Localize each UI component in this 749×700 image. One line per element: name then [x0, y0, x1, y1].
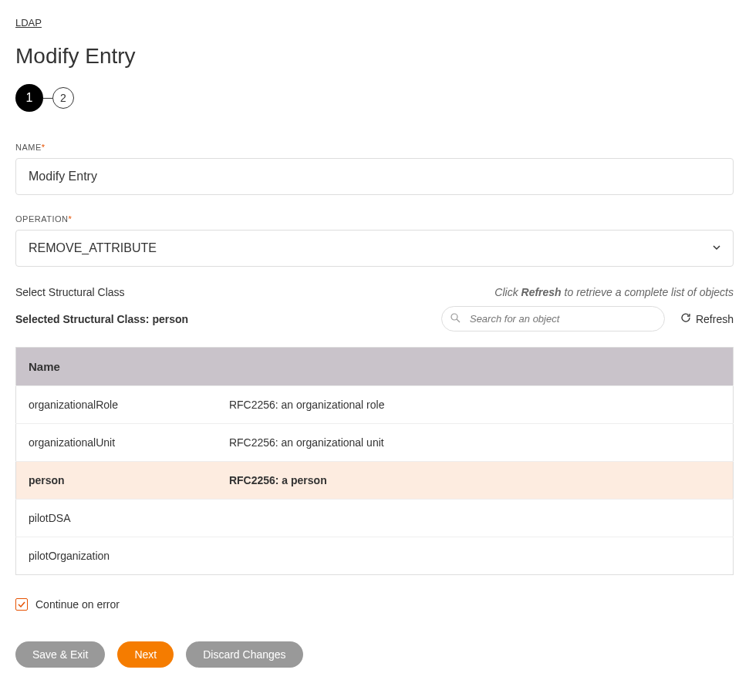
- table-cell-desc: RFC2256: an organizational unit: [217, 424, 734, 462]
- continue-on-error-label: Continue on error: [35, 598, 120, 611]
- step-1[interactable]: 1: [15, 84, 43, 112]
- next-button[interactable]: Next: [117, 641, 174, 668]
- stepper: 1 2: [15, 84, 734, 112]
- table-row[interactable]: organizationalUnitRFC2256: an organizati…: [16, 424, 734, 462]
- refresh-icon: [680, 312, 691, 325]
- search-icon: [450, 312, 461, 326]
- refresh-button[interactable]: Refresh: [680, 312, 734, 325]
- operation-label: OPERATION*: [15, 214, 734, 224]
- table-row[interactable]: personRFC2256: a person: [16, 462, 734, 500]
- structural-class-table: Name organizationalRoleRFC2256: an organ…: [15, 347, 734, 575]
- table-row[interactable]: organizationalRoleRFC2256: an organizati…: [16, 386, 734, 424]
- table-cell-name: organizationalUnit: [16, 424, 217, 462]
- continue-on-error-checkbox[interactable]: [15, 598, 28, 611]
- table-cell-name: pilotOrganization: [16, 537, 217, 575]
- breadcrumb-ldap[interactable]: LDAP: [15, 17, 42, 29]
- table-cell-desc: [217, 537, 734, 575]
- selected-structural-class: Selected Structural Class: person: [15, 313, 188, 325]
- table-cell-name: pilotDSA: [16, 500, 217, 537]
- step-connector: [43, 98, 52, 99]
- table-cell-desc: RFC2256: an organizational role: [217, 386, 734, 424]
- table-row[interactable]: pilotOrganization: [16, 537, 734, 575]
- table-row[interactable]: pilotDSA: [16, 500, 734, 537]
- table-header-name: Name: [16, 348, 734, 386]
- discard-changes-button[interactable]: Discard Changes: [186, 641, 302, 668]
- search-input[interactable]: [441, 306, 665, 331]
- step-2[interactable]: 2: [52, 87, 74, 109]
- select-structural-class-label: Select Structural Class: [15, 286, 125, 298]
- table-cell-name: organizationalRole: [16, 386, 217, 424]
- table-cell-desc: RFC2256: a person: [217, 462, 734, 500]
- table-cell-desc: [217, 500, 734, 537]
- operation-select[interactable]: REMOVE_ATTRIBUTE: [15, 230, 734, 267]
- svg-line-1: [457, 319, 460, 322]
- name-input[interactable]: [15, 158, 734, 195]
- svg-point-0: [451, 314, 457, 320]
- save-exit-button[interactable]: Save & Exit: [15, 641, 105, 668]
- refresh-label: Refresh: [696, 313, 734, 325]
- page-title: Modify Entry: [15, 44, 734, 69]
- refresh-hint: Click Refresh to retrieve a complete lis…: [494, 286, 734, 298]
- name-label: NAME*: [15, 143, 734, 152]
- table-cell-name: person: [16, 462, 217, 500]
